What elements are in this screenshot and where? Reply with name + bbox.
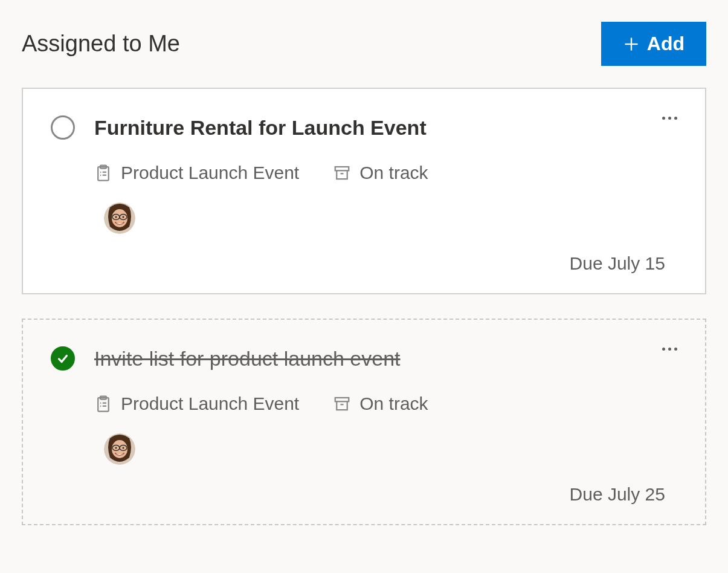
svg-point-32 [123,447,124,449]
svg-point-17 [123,216,124,218]
task-checkbox[interactable] [51,346,75,371]
clipboard-icon [94,395,112,413]
svg-point-31 [115,447,117,449]
avatar [104,433,135,465]
add-button-label: Add [647,33,685,55]
task-card[interactable]: Furniture Rental for Launch Event Produc… [22,88,706,294]
plan-label: Product Launch Event [121,393,299,414]
plan-meta: Product Launch Event [94,163,299,183]
archive-icon [333,395,351,413]
task-card[interactable]: Invite list for product launch event Pro… [22,319,706,525]
due-date: Due July 25 [51,484,665,505]
status-label: On track [359,393,428,414]
status-meta: On track [333,393,428,414]
task-checkbox[interactable] [51,115,75,140]
plan-meta: Product Launch Event [94,393,299,414]
clipboard-icon [94,164,112,182]
check-icon [56,352,69,365]
more-options-button[interactable] [662,117,677,120]
svg-rect-24 [335,398,349,401]
svg-point-16 [115,216,117,218]
avatar [104,202,135,234]
task-title: Furniture Rental for Launch Event [94,116,427,140]
status-meta: On track [333,163,428,183]
archive-icon [333,164,351,182]
plus-icon [623,36,640,53]
more-options-button[interactable] [662,348,677,351]
task-title: Invite list for product launch event [94,347,401,371]
page-title: Assigned to Me [22,31,180,57]
plan-label: Product Launch Event [121,163,299,183]
due-date: Due July 15 [51,253,665,274]
svg-rect-8 [335,167,349,170]
status-label: On track [359,163,428,183]
add-button[interactable]: Add [601,22,706,66]
